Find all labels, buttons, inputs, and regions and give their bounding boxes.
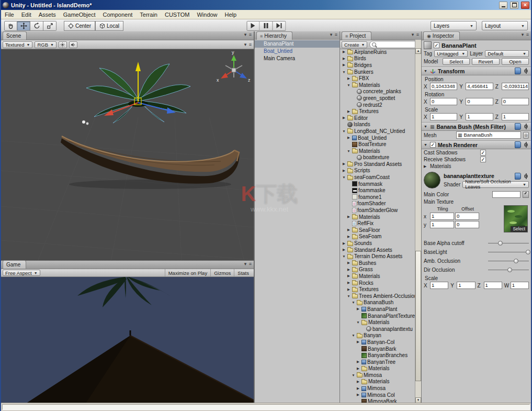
mat-scale-z-field[interactable]: 1 — [484, 282, 502, 289]
slider-track[interactable] — [488, 249, 529, 255]
tree-arrow-icon[interactable]: ▼ — [351, 301, 356, 304]
scene-gizmo-menu-icon[interactable]: ▾ ≡ — [244, 42, 252, 47]
draw-mode-dropdown[interactable]: Textured▼ — [3, 41, 32, 48]
project-tree-item[interactable]: BanyanBranches — [340, 352, 415, 359]
project-scrollbar[interactable]: ▲ ▼ — [415, 40, 421, 403]
scroll-up-icon[interactable]: ▲ — [415, 48, 421, 54]
tree-arrow-icon[interactable]: ▶ — [342, 248, 346, 252]
menu-terrain[interactable]: Terrain — [136, 10, 161, 19]
project-tree-item[interactable]: ▶Textures — [340, 286, 415, 293]
project-tree-item[interactable]: ▼LongBoat_NC_Untied — [340, 128, 415, 135]
tiling-y-field[interactable]: 1 — [430, 221, 454, 228]
tree-arrow-icon[interactable]: ▶ — [346, 228, 351, 232]
position-y-field[interactable]: 4,456841 — [466, 83, 493, 90]
pane-menu-icon[interactable]: ▾ ≡ — [244, 261, 252, 266]
tree-arrow-icon[interactable]: ▼ — [342, 254, 346, 258]
tree-arrow-icon[interactable]: ▶ — [346, 136, 351, 140]
tree-arrow-icon[interactable]: ▼ — [351, 373, 356, 377]
rotate-tool-button[interactable] — [30, 21, 43, 31]
render-mode-dropdown[interactable]: RGB▼ — [35, 41, 56, 48]
offset-x-field[interactable]: 0 — [455, 213, 479, 220]
project-tree-item[interactable]: ▶Bushes — [340, 260, 415, 266]
project-tree-item[interactable]: foamShader — [340, 201, 415, 207]
active-checkbox[interactable] — [434, 42, 439, 48]
layout-dropdown[interactable]: Layout▼ — [482, 21, 528, 30]
foldout-icon[interactable]: ▼ — [424, 69, 428, 73]
layers-dropdown[interactable]: Layers▼ — [431, 21, 477, 30]
tab-project[interactable]: ≡ Project — [342, 31, 371, 40]
mat-scale-x-field[interactable]: 1 — [430, 282, 448, 289]
project-tree-item[interactable]: bananaplanttextu — [340, 326, 415, 332]
project-tree-item[interactable]: BoatTexture — [340, 141, 415, 148]
tree-arrow-icon[interactable]: ▶ — [356, 340, 360, 344]
tab-game[interactable]: Game — [3, 260, 26, 269]
project-tree-item[interactable]: ▶Rocks — [340, 280, 415, 286]
tree-arrow-icon[interactable]: ▶ — [342, 116, 346, 120]
tree-arrow-icon[interactable]: ▼ — [342, 129, 346, 133]
search-input[interactable] — [378, 42, 417, 47]
project-tree-item[interactable]: ▶Mimosa Col — [340, 392, 415, 398]
project-tree-item[interactable]: ▼Materials — [340, 148, 415, 154]
tree-arrow-icon[interactable]: ▶ — [356, 366, 360, 371]
project-tree-item[interactable]: ▶Banyan-Col — [340, 339, 415, 346]
stats-button[interactable]: Stats — [234, 269, 252, 276]
tree-arrow-icon[interactable]: ▶ — [346, 274, 351, 278]
help-book-icon[interactable] — [515, 173, 521, 180]
pane-menu-icon[interactable]: ▾ ≡ — [412, 32, 420, 37]
scene-audio-toggle[interactable] — [69, 41, 77, 48]
mat-scale-y-field[interactable]: 1 — [457, 282, 475, 289]
project-tree-item[interactable]: ▶BananaPlant — [340, 306, 415, 313]
project-tree-item[interactable]: green_spottet — [340, 95, 415, 102]
project-tree-item[interactable]: ▶Pro Standard Assets — [340, 161, 415, 168]
renderer-enabled-checkbox[interactable] — [430, 142, 436, 148]
menu-gameobject[interactable]: GameObject — [60, 10, 99, 19]
hierarchy-item[interactable]: Main Camera — [255, 55, 339, 62]
tree-arrow-icon[interactable]: ▶ — [346, 109, 351, 114]
project-tree-item[interactable]: ▶BanyanTree — [340, 359, 415, 365]
mesh-renderer-header[interactable]: ▼ Mesh Renderer — [422, 140, 531, 149]
tiling-x-field[interactable]: 1 — [430, 213, 454, 220]
tree-arrow-icon[interactable]: ▶ — [356, 380, 360, 384]
game-viewport[interactable] — [1, 277, 254, 405]
project-tree-item[interactable]: ▶Sounds — [340, 240, 415, 247]
foldout-icon[interactable]: ▼ — [424, 143, 428, 147]
project-tree-item[interactable]: ▼Mimosa — [340, 372, 415, 379]
slider-track[interactable] — [488, 267, 529, 273]
project-tree-item[interactable]: ▶Boat_Untied — [340, 135, 415, 141]
rotation-z-field[interactable]: 0 — [502, 98, 529, 105]
project-tree-item[interactable]: ▶Materials — [340, 379, 415, 385]
pane-menu-icon[interactable]: ▾ ≡ — [330, 32, 338, 37]
tree-arrow-icon[interactable]: ▶ — [346, 215, 351, 219]
project-tree-item[interactable]: BananaPlantTexture — [340, 313, 415, 319]
menu-window[interactable]: Window — [193, 10, 221, 19]
slider-handle[interactable] — [526, 250, 530, 254]
main-color-swatch[interactable] — [492, 191, 520, 198]
minimize-button[interactable] — [499, 2, 507, 9]
tree-arrow-icon[interactable]: ▶ — [342, 57, 346, 61]
project-tree-item[interactable]: ▶Editor — [340, 115, 415, 121]
texture-select-button[interactable]: Select — [511, 226, 527, 232]
project-tree-item[interactable]: foammaske — [340, 187, 415, 194]
project-tree-item[interactable]: ▶Bridges — [340, 62, 415, 69]
layer-dropdown[interactable]: Default▼ — [485, 50, 529, 57]
help-book-icon[interactable] — [515, 141, 521, 148]
move-tool-button[interactable] — [17, 21, 30, 31]
menu-component[interactable]: Component — [99, 10, 136, 19]
project-tree-item[interactable]: ReflFix — [340, 220, 415, 227]
project-tree-item[interactable]: ▶SeaFoam — [340, 234, 415, 240]
tree-arrow-icon[interactable]: ▼ — [356, 320, 360, 324]
tag-dropdown[interactable]: Untagged▼ — [434, 50, 468, 57]
project-tree-item[interactable]: ▼Bunkers — [340, 69, 415, 75]
project-tree-item[interactable]: BanyanBark — [340, 346, 415, 352]
tree-arrow-icon[interactable]: ▶ — [356, 393, 360, 397]
project-tree-item[interactable]: ▼seaFoamCoast — [340, 174, 415, 181]
gear-icon[interactable] — [523, 68, 529, 74]
tree-arrow-icon[interactable]: ▶ — [342, 241, 346, 246]
project-tree-item[interactable]: redrust2 — [340, 102, 415, 108]
project-tree-item[interactable]: ▶Grass — [340, 266, 415, 273]
tree-arrow-icon[interactable]: ▶ — [342, 162, 346, 166]
tree-arrow-icon[interactable]: ▶ — [346, 281, 351, 285]
scale-x-field[interactable]: 1 — [430, 113, 457, 120]
materials-foldout[interactable]: ▶ Materials — [422, 163, 531, 170]
tree-arrow-icon[interactable]: ▼ — [346, 149, 351, 153]
